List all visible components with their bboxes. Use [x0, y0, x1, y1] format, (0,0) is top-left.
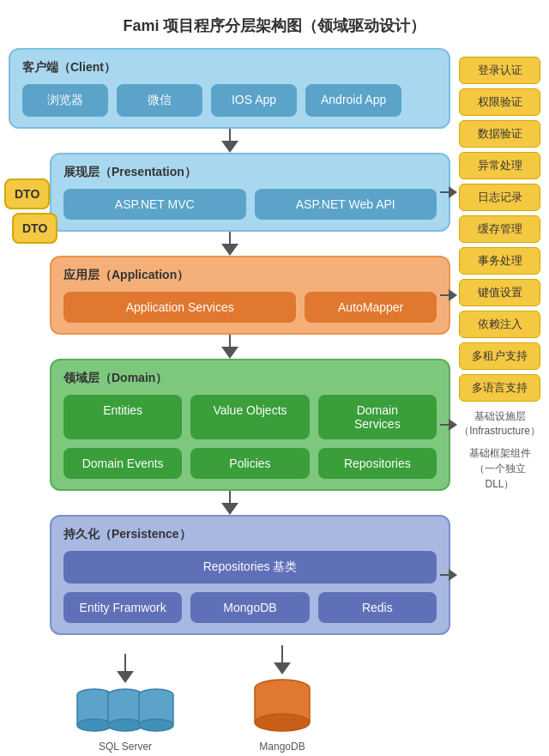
- persistence-mongodb: MongoDB: [190, 592, 309, 623]
- sql-label: SQL Server: [99, 741, 152, 753]
- domain-row1: Entities Value Objects Domain Services: [63, 395, 437, 439]
- client-layer-title: 客户端（Client）: [22, 60, 437, 76]
- application-item-automapper: AutoMapper: [305, 292, 437, 323]
- mongo-label: MangoDB: [259, 741, 305, 753]
- svg-point-19: [255, 714, 310, 731]
- application-item-services: Application Services: [63, 292, 296, 323]
- persistence-items: Entity Framwork MongoDB Redis: [63, 592, 437, 623]
- presentation-layer-title: 展现层（Presentation）: [63, 165, 437, 180]
- client-item-browser: 浏览器: [22, 84, 108, 117]
- persistence-redis: Redis: [318, 592, 437, 623]
- arrow-client-to-presentation: [9, 129, 450, 153]
- databases-row: SQL Server MangoDB: [50, 645, 450, 753]
- sidebar-kv: 键值设置: [459, 279, 540, 306]
- cylinder-3: [137, 686, 175, 737]
- client-items: 浏览器 微信 IOS App Android App: [22, 84, 437, 117]
- sidebar-data-validate: 数据验证: [459, 120, 540, 148]
- sidebar-auth: 权限验证: [459, 88, 540, 116]
- page-title: Fami 项目程序分层架构图（领域驱动设计）: [0, 0, 549, 48]
- mongodb-group: MangoDB: [252, 645, 312, 753]
- persistence-repositories-base: Repositories 基类: [63, 551, 437, 584]
- arrow-application-to-domain: [9, 335, 450, 359]
- domain-value-objects: Value Objects: [190, 395, 309, 439]
- sidebar-transaction: 事务处理: [459, 247, 540, 275]
- sidebar-section-label: 基础设施层 （Infrastructure）: [459, 409, 540, 438]
- application-layer: 应用层（Application） Application Services Au…: [50, 256, 450, 335]
- sidebar-multitenant: 多租户支持: [459, 342, 540, 370]
- right-sidebar: 登录认证 权限验证 数据验证 异常处理 日志记录 缓存管理 事务处理 键值设置 …: [450, 48, 540, 753]
- sidebar-di: 依赖注入: [459, 311, 540, 338]
- dto-label: DTO: [12, 213, 57, 244]
- application-layer-title: 应用层（Application）: [63, 268, 437, 283]
- application-arrow-right: [440, 289, 457, 301]
- presentation-item-mvc: ASP.NET MVC: [63, 189, 246, 220]
- sidebar-exception: 异常处理: [459, 152, 540, 179]
- domain-layer-title: 领域层（Domain）: [63, 371, 437, 386]
- client-item-wechat: 微信: [117, 84, 202, 117]
- domain-layer: 领域层（Domain） Entities Value Objects Domai…: [50, 359, 450, 491]
- sql-cylinders: [75, 686, 175, 737]
- sql-server-group: SQL Server: [75, 654, 175, 753]
- sidebar-cache: 缓存管理: [459, 215, 540, 243]
- client-item-android: Android App: [305, 84, 401, 117]
- persistence-layer-title: 持久化（Persistence）: [63, 527, 437, 542]
- arrow-domain-to-persistence: [9, 491, 450, 515]
- domain-row2: Domain Events Policies Repositories: [63, 448, 437, 479]
- mongo-cylinder: [252, 678, 312, 737]
- client-layer: 客户端（Client） 浏览器 微信 IOS App Android App: [9, 48, 450, 129]
- domain-events: Domain Events: [63, 448, 182, 479]
- presentation-item-webapi: ASP.NET Web API: [255, 189, 437, 220]
- domain-policies: Policies: [190, 448, 309, 479]
- domain-services: Domain Services: [318, 395, 437, 439]
- sidebar-bottom-label: 基础框架组件 （一个独立 DLL）: [459, 445, 540, 492]
- sidebar-log: 日志记录: [459, 184, 540, 211]
- presentation-layer: 展现层（Presentation） ASP.NET MVC ASP.NET We…: [50, 153, 450, 232]
- arrow-presentation-to-application: [9, 232, 450, 256]
- persistence-arrow-right: [440, 569, 457, 581]
- dto-box: DTO: [4, 178, 50, 209]
- svg-point-14: [139, 719, 173, 731]
- client-item-ios: IOS App: [211, 84, 297, 117]
- domain-repositories: Repositories: [318, 448, 437, 479]
- presentation-arrow-right: [440, 186, 457, 198]
- persistence-layer: 持久化（Persistence） Repositories 基类 Entity …: [50, 515, 450, 635]
- persistence-ef: Entity Framwork: [63, 592, 182, 623]
- persistence-full-row: Repositories 基类: [63, 551, 437, 584]
- presentation-items: ASP.NET MVC ASP.NET Web API: [63, 189, 437, 220]
- sidebar-login: 登录认证: [459, 57, 540, 84]
- application-items: Application Services AutoMapper: [63, 292, 437, 323]
- domain-entities: Entities: [63, 395, 182, 439]
- domain-arrow-right: [440, 419, 457, 431]
- sidebar-multilang: 多语言支持: [459, 374, 540, 402]
